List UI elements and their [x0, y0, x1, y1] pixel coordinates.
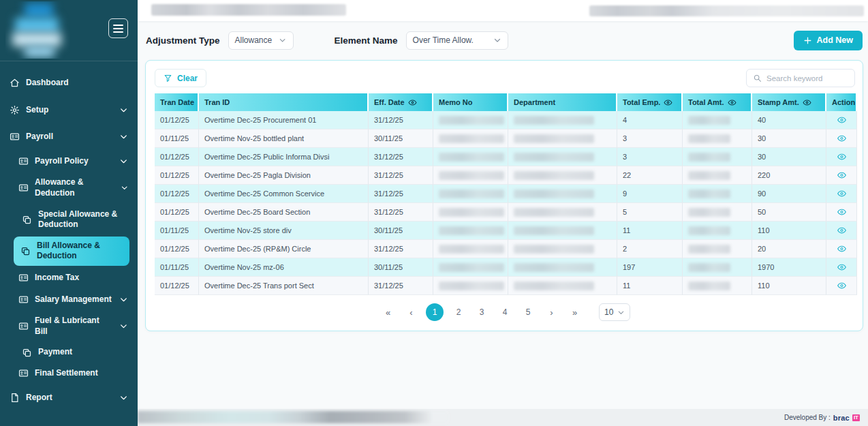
cell-eff-date: 31/12/25 — [369, 111, 433, 130]
sidebar-item-payroll[interactable]: Payroll — [0, 123, 138, 151]
plus-icon — [803, 36, 812, 45]
column-header-total-amt: Total Amt. — [683, 93, 752, 111]
element-name-select[interactable]: Over Time Allow. — [406, 31, 508, 50]
pagination-first[interactable]: « — [379, 304, 396, 320]
redacted-department — [514, 134, 594, 143]
page-size-select[interactable]: 10 — [599, 303, 630, 321]
sidebar-item-label: Final Settlement — [35, 368, 98, 379]
cell-action — [826, 111, 857, 130]
view-row-eye-icon[interactable] — [836, 189, 848, 198]
cell-total-amt — [683, 240, 752, 258]
cell-eff-date: 31/12/25 — [369, 203, 433, 222]
pagination-page-2[interactable]: 2 — [450, 304, 467, 320]
search-input[interactable] — [766, 74, 848, 82]
table-row: 01/12/25Overtime Dec-25 Trans port Sect3… — [155, 277, 857, 295]
redacted-department — [514, 263, 594, 272]
cell-total-amt — [683, 277, 752, 295]
eye-icon[interactable] — [728, 98, 737, 107]
pagination-next[interactable]: › — [543, 304, 559, 320]
cell-tran-id: Overtime Dec-25 Trans port Sect — [199, 277, 369, 295]
view-row-eye-icon[interactable] — [836, 170, 848, 180]
pagination-prev[interactable]: ‹ — [403, 304, 419, 320]
cell-eff-date: 31/12/25 — [369, 148, 433, 166]
eye-icon[interactable] — [408, 98, 417, 107]
cell-total-emp: 5 — [617, 203, 683, 222]
chevron-down-icon — [119, 157, 128, 166]
view-row-eye-icon[interactable] — [836, 207, 848, 217]
sidebar-item-label: Payroll — [26, 132, 53, 142]
eye-icon[interactable] — [664, 98, 672, 107]
cell-memo-no — [433, 185, 508, 203]
sidebar-item-setup[interactable]: Setup — [0, 97, 138, 124]
table-row: 01/12/25Overtime Dec-25 Procurement 0131… — [155, 111, 857, 130]
pagination-page-3[interactable]: 3 — [474, 304, 490, 320]
cell-department — [508, 148, 617, 166]
cell-tran-id: Overtime Nov-25 mz-06 — [199, 258, 369, 277]
sidebar-item-dashboard[interactable]: Dashboard — [0, 70, 138, 97]
redacted-topbar-info — [589, 5, 864, 16]
pagination-page-1[interactable]: 1 — [426, 303, 444, 321]
cell-total-emp: 9 — [617, 185, 683, 203]
sidebar-item-payroll-policy[interactable]: Payroll Policy — [0, 151, 138, 172]
view-row-eye-icon[interactable] — [836, 244, 848, 254]
element-name-label: Element Name — [335, 35, 398, 46]
view-row-eye-icon[interactable] — [836, 281, 848, 290]
sidebar-item-salary-management[interactable]: Salary Management — [0, 289, 138, 311]
cell-tran-id: Overtime Nov-25 bottled plant — [199, 130, 369, 148]
search-icon — [753, 74, 762, 82]
cell-total-amt — [683, 222, 752, 240]
cell-total-emp: 197 — [617, 258, 683, 277]
redacted-total-amt — [688, 226, 730, 235]
view-row-eye-icon[interactable] — [836, 115, 848, 125]
chevron-down-icon — [279, 36, 286, 44]
view-row-eye-icon[interactable] — [836, 152, 848, 162]
page-size-value: 10 — [604, 307, 613, 317]
cell-tran-date: 01/12/25 — [155, 240, 199, 258]
sidebar-item-label: Income Tax — [35, 273, 79, 284]
clear-filter-button[interactable]: Clear — [155, 69, 206, 87]
eye-icon[interactable] — [803, 98, 811, 107]
cell-total-emp: 3 — [617, 148, 683, 166]
pagination-page-4[interactable]: 4 — [497, 304, 513, 320]
add-new-button[interactable]: Add New — [794, 31, 863, 50]
redacted-memo — [439, 226, 504, 235]
idcard-icon — [18, 321, 29, 331]
idcard-icon — [18, 294, 29, 305]
view-row-eye-icon[interactable] — [836, 262, 848, 272]
redacted-department — [514, 226, 594, 235]
cell-stamp-amt: 90 — [752, 185, 826, 203]
cell-tran-date: 01/12/25 — [155, 166, 199, 185]
cell-total-emp: 22 — [617, 166, 683, 185]
sidebar-item-report[interactable]: Report — [0, 384, 138, 412]
cell-action — [826, 277, 857, 295]
sidebar-item-payment[interactable]: Payment — [0, 342, 138, 363]
table-row: 01/12/25Overtime Dec-25 (RP&M) Circle31/… — [155, 240, 857, 258]
cell-total-amt — [683, 148, 752, 166]
cell-total-emp: 3 — [617, 130, 683, 148]
view-row-eye-icon[interactable] — [836, 134, 848, 143]
redacted-total-amt — [688, 245, 730, 254]
cell-memo-no — [433, 240, 508, 258]
sidebar-item-allowance-deduction[interactable]: Allowance & Deduction — [0, 172, 138, 204]
column-header-total-emp: Total Emp. — [617, 93, 683, 111]
cell-total-emp: 4 — [617, 111, 683, 130]
cell-tran-id: Overtime Dec-25 (RP&M) Circle — [199, 240, 369, 258]
sidebar-item-bill-allowance-deduction[interactable]: Bill Allowance & Deduction — [14, 237, 129, 266]
sidebar-item-final-settlement[interactable]: Final Settlement — [0, 363, 138, 384]
gear-icon — [10, 105, 20, 115]
sidebar-item-income-tax[interactable]: Income Tax — [0, 267, 138, 289]
pagination-last[interactable]: » — [566, 304, 583, 320]
cell-department — [508, 258, 617, 277]
cell-action — [826, 185, 857, 203]
cell-stamp-amt: 1970 — [752, 258, 826, 277]
sidebar-item-special-allowance-deduction[interactable]: Special Allowance & Deduction — [0, 204, 138, 235]
element-name-value: Over Time Allow. — [413, 35, 474, 45]
sidebar-item-fuel-lubricant-bill[interactable]: Fuel & Lubricant Bill — [0, 310, 138, 342]
adjustment-type-select[interactable]: Allowance — [228, 31, 294, 50]
developed-by-label: Developed By : — [784, 414, 831, 421]
sidebar-item-label: Fuel & Lubricant Bill — [35, 316, 113, 337]
menu-toggle-icon[interactable] — [108, 18, 128, 38]
cell-tran-date: 01/12/25 — [155, 203, 199, 222]
view-row-eye-icon[interactable] — [836, 226, 848, 235]
pagination-page-5[interactable]: 5 — [520, 304, 536, 320]
